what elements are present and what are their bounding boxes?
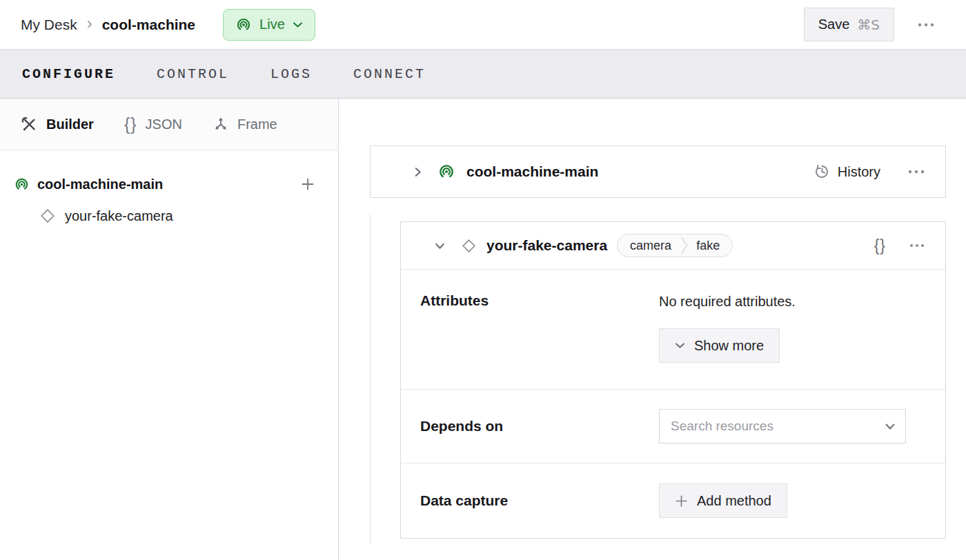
- attributes-value: No required attributes. Show more: [659, 292, 796, 363]
- component-model: fake: [688, 239, 732, 253]
- chevron-down-icon: [434, 240, 446, 252]
- add-method-label: Add method: [697, 493, 771, 509]
- axes-icon: [213, 116, 229, 132]
- history-label: History: [838, 164, 880, 180]
- config-sidebar: Builder {} JSON Frame: [0, 99, 339, 560]
- depends-on-section: Depends on: [401, 390, 945, 463]
- resource-tree: cool-machine-main your-fake-camera: [0, 150, 338, 229]
- collapse-component-button[interactable]: [434, 240, 446, 252]
- tab-logs[interactable]: LOGS: [270, 66, 312, 82]
- chevron-right-icon: [412, 166, 424, 178]
- config-mode-switcher: Builder {} JSON Frame: [0, 99, 338, 150]
- part-connector-line: [370, 214, 371, 543]
- breadcrumb-separator: ›: [87, 15, 92, 34]
- live-machine-icon: [437, 163, 455, 181]
- plus-icon: [675, 494, 688, 508]
- mode-tab-builder[interactable]: Builder: [21, 116, 94, 133]
- content-area: Builder {} JSON Frame: [0, 99, 966, 560]
- tree-item-machine-part[interactable]: cool-machine-main: [0, 171, 338, 197]
- machine-part-card: cool-machine-main History: [370, 146, 946, 198]
- page-title: cool-machine: [102, 17, 195, 33]
- tree-machine-part-label: cool-machine-main: [37, 177, 163, 192]
- mode-json-label: JSON: [146, 117, 182, 132]
- component-diamond-icon: [461, 238, 477, 254]
- attributes-section: Attributes No required attributes. Show …: [401, 270, 945, 390]
- tab-connect[interactable]: CONNECT: [353, 66, 426, 82]
- add-resource-button[interactable]: [297, 173, 319, 195]
- ellipsis-icon: [918, 23, 934, 27]
- edit-json-button[interactable]: {}: [870, 232, 890, 259]
- mode-tab-frame[interactable]: Frame: [213, 116, 277, 132]
- badge-divider: [680, 234, 688, 257]
- component-card: your-fake-camera camera fake {}: [400, 221, 946, 539]
- data-capture-section: Data capture Add method: [401, 463, 945, 538]
- show-more-button[interactable]: Show more: [659, 328, 780, 363]
- tab-control[interactable]: CONTROL: [157, 66, 229, 82]
- component-overflow-menu-button[interactable]: [905, 239, 929, 252]
- tools-icon: [21, 116, 38, 133]
- add-method-button[interactable]: Add method: [659, 483, 787, 518]
- machine-nav-tabs: CONFIGURE CONTROL LOGS CONNECT: [0, 49, 966, 99]
- ellipsis-icon: [909, 243, 925, 248]
- breadcrumb: My Desk › cool-machine: [21, 15, 195, 34]
- top-bar: My Desk › cool-machine Live Save ⌘S: [0, 0, 966, 49]
- ellipsis-icon: [908, 170, 925, 174]
- live-machine-icon: [14, 177, 30, 192]
- chevron-down-icon: [885, 423, 896, 430]
- config-main-panel: cool-machine-main History: [339, 99, 966, 560]
- chevron-down-icon: [293, 21, 303, 28]
- save-button[interactable]: Save ⌘S: [804, 8, 894, 41]
- show-more-label: Show more: [694, 338, 764, 354]
- history-button[interactable]: History: [814, 163, 880, 180]
- history-clock-icon: [814, 163, 830, 180]
- machine-config-app: My Desk › cool-machine Live Save ⌘S: [0, 0, 966, 560]
- component-type-badge: camera fake: [617, 234, 733, 257]
- search-resources-input[interactable]: [671, 419, 879, 434]
- save-button-label: Save: [818, 17, 850, 32]
- live-broadcast-icon: [235, 17, 252, 33]
- breadcrumb-parent-link[interactable]: My Desk: [21, 17, 77, 33]
- mode-tab-json[interactable]: {} JSON: [124, 114, 182, 134]
- tab-configure[interactable]: CONFIGURE: [22, 66, 115, 82]
- mode-frame-label: Frame: [237, 117, 277, 132]
- data-capture-label: Data capture: [420, 492, 659, 509]
- topbar-overflow-menu-button[interactable]: [914, 19, 938, 31]
- component-card-header: your-fake-camera camera fake {}: [401, 222, 945, 270]
- save-shortcut-hint: ⌘S: [857, 17, 880, 33]
- tree-item-component[interactable]: your-fake-camera: [0, 203, 338, 229]
- plus-icon: [301, 177, 315, 191]
- machine-part-title: cool-machine-main: [466, 163, 598, 180]
- machine-status-dropdown[interactable]: Live: [223, 9, 315, 41]
- tree-component-label: your-fake-camera: [65, 208, 173, 224]
- component-title: your-fake-camera: [486, 237, 607, 254]
- braces-icon: {}: [124, 114, 137, 134]
- component-type: camera: [618, 239, 680, 253]
- attributes-empty-message: No required attributes.: [659, 292, 796, 310]
- depends-on-select[interactable]: [659, 409, 906, 443]
- machine-status-label: Live: [259, 17, 285, 32]
- mode-builder-label: Builder: [46, 117, 94, 132]
- part-overflow-menu-button[interactable]: [904, 166, 929, 178]
- component-diamond-icon: [39, 208, 56, 224]
- depends-on-label: Depends on: [420, 418, 659, 434]
- chevron-down-icon: [675, 342, 685, 349]
- expand-part-button[interactable]: [412, 166, 424, 178]
- attributes-label: Attributes: [420, 292, 659, 363]
- braces-icon: {}: [874, 237, 886, 255]
